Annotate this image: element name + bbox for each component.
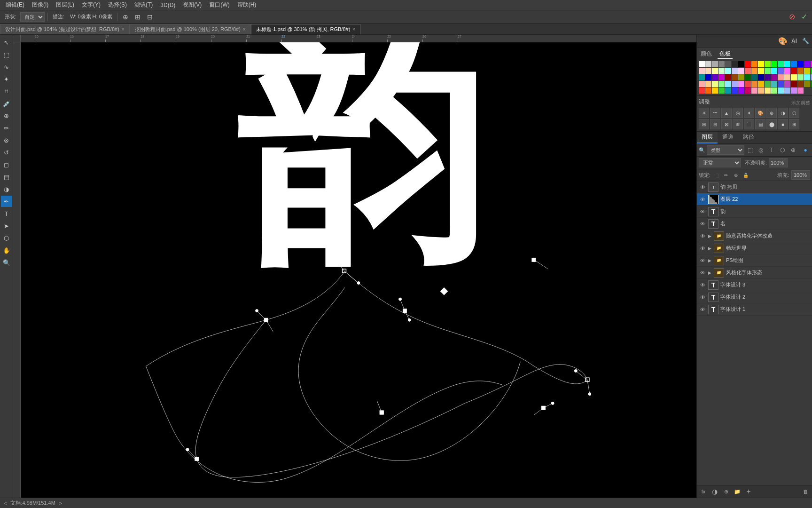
swatch-lightgray[interactable]: [705, 61, 711, 67]
tab-1-close[interactable]: ×: [122, 27, 125, 32]
swatch-r3-7[interactable]: [738, 74, 744, 80]
adjust-curves[interactable]: 〜: [710, 108, 720, 118]
menu-edit[interactable]: 编辑(E): [2, 0, 28, 10]
swatch-r5-7[interactable]: [738, 87, 744, 94]
layer-eye-7[interactable]: 👁: [699, 258, 706, 263]
layer-eye-10[interactable]: 👁: [699, 294, 706, 300]
menu-3d[interactable]: 3D(D): [156, 1, 179, 9]
swatch-r5-1[interactable]: [699, 87, 705, 94]
swatch-r3-1[interactable]: [699, 74, 705, 80]
swatch-r4-3[interactable]: [712, 81, 718, 87]
layer-item-group2[interactable]: 👁 ▶ 📁 畅玩世界: [697, 242, 812, 254]
swatch-r3-13[interactable]: [778, 74, 784, 80]
layer-eye-9[interactable]: 👁: [699, 282, 706, 288]
swatch-red[interactable]: [745, 61, 751, 67]
layers-tab-channels[interactable]: 通道: [718, 132, 738, 143]
layers-tab-layers[interactable]: 图层: [697, 132, 718, 143]
swatch-green[interactable]: [771, 61, 777, 67]
swatch-r2-11[interactable]: [765, 68, 771, 74]
menu-help[interactable]: 帮助(H): [234, 0, 260, 10]
swatch-r4-5[interactable]: [725, 81, 731, 87]
swatch-r5-6[interactable]: [732, 87, 738, 94]
swatch-r3-14[interactable]: [784, 74, 790, 80]
swatch-r4-16[interactable]: [797, 81, 804, 87]
layer-eye-4[interactable]: 👁: [699, 221, 706, 227]
layers-tab-paths[interactable]: 路径: [738, 132, 759, 143]
tab-2-close[interactable]: ×: [243, 27, 246, 32]
path-arrangement-btn[interactable]: ⊟: [145, 12, 155, 22]
layer-filter-text[interactable]: T: [767, 145, 776, 155]
adjust-pattern[interactable]: ⊞: [789, 119, 799, 129]
tool-crop[interactable]: ⌗: [1, 86, 12, 97]
tab-2[interactable]: 抠图教程封面.psd @ 100% (图层 20, RGB/8#) ×: [130, 24, 251, 34]
swatch-r4-10[interactable]: [758, 81, 764, 87]
path-alignment-btn[interactable]: ⊞: [133, 12, 143, 22]
adjust-selectivecolor[interactable]: ⬤: [766, 119, 777, 129]
adjust-levels[interactable]: ▲: [721, 108, 732, 118]
swatch-yellow[interactable]: [758, 61, 764, 67]
swatch-r4-15[interactable]: [791, 81, 797, 87]
adjust-posterize[interactable]: ≋: [733, 119, 743, 129]
swatch-r5-3[interactable]: [712, 87, 718, 94]
layer-eye-2[interactable]: 👁: [699, 197, 706, 202]
swatch-r3-15[interactable]: [791, 74, 797, 80]
swatch-r5-11[interactable]: [765, 87, 771, 94]
swatch-r3-9[interactable]: [751, 74, 757, 80]
swatch-r3-17[interactable]: [804, 74, 810, 80]
swatch-r5-9[interactable]: [751, 87, 757, 94]
swatch-r3-8[interactable]: [745, 74, 751, 80]
lock-position-btn[interactable]: ⊕: [732, 171, 740, 179]
swatch-r3-12[interactable]: [771, 74, 777, 80]
swatch-r2-8[interactable]: [745, 68, 751, 74]
adjust-solidcolor[interactable]: ■: [778, 119, 788, 129]
layer-mask-btn[interactable]: ◑: [710, 487, 719, 496]
tool-lasso[interactable]: ∿: [1, 61, 12, 72]
swatch-r2-1[interactable]: [699, 68, 705, 74]
panel-tools-icon[interactable]: 🔧: [801, 36, 810, 46]
opacity-input[interactable]: [769, 158, 788, 167]
layer-fx-btn[interactable]: fx: [699, 487, 708, 496]
swatch-r2-17[interactable]: [804, 68, 810, 74]
layer-adjust-btn[interactable]: ⊕: [721, 487, 731, 496]
swatch-r5-16[interactable]: [797, 87, 804, 94]
tool-history-brush[interactable]: ↺: [1, 147, 12, 158]
swatch-r2-10[interactable]: [758, 68, 764, 74]
layer-eye-3[interactable]: 👁: [699, 209, 706, 214]
swatch-cyan[interactable]: [784, 61, 790, 67]
tool-brush[interactable]: ✏: [1, 122, 12, 134]
swatch-blue[interactable]: [797, 61, 804, 67]
adjust-colorbal[interactable]: ⊕: [766, 108, 777, 118]
swatch-r5-4[interactable]: [718, 87, 725, 94]
swatch-r4-8[interactable]: [745, 81, 751, 87]
layer-item-yun[interactable]: 👁 T 韵: [697, 206, 812, 218]
swatch-r5-2[interactable]: [705, 87, 711, 94]
swatch-r2-2[interactable]: [705, 68, 711, 74]
layer-filter-adjust[interactable]: ◎: [757, 145, 766, 155]
tool-stamp[interactable]: ⊗: [1, 135, 12, 146]
swatch-r4-12[interactable]: [771, 81, 777, 87]
layer-item-font2[interactable]: 👁 T 字体设计 2: [697, 291, 812, 303]
adjust-photofilter[interactable]: ⬡: [789, 108, 799, 118]
swatch-r2-6[interactable]: [732, 68, 738, 74]
tool-gradient[interactable]: ▤: [1, 171, 12, 183]
menu-layer[interactable]: 图层(L): [52, 0, 78, 10]
swatch-r2-3[interactable]: [712, 68, 718, 74]
menu-text[interactable]: 文字(Y): [78, 0, 104, 10]
swatch-r4-9[interactable]: [751, 81, 757, 87]
panel-color-icon[interactable]: 🎨: [778, 36, 788, 46]
tab-3-close[interactable]: ×: [352, 27, 355, 32]
tool-pen[interactable]: ✒: [1, 196, 12, 207]
swatch-r5-5[interactable]: [725, 87, 731, 94]
layer-eye-11[interactable]: 👁: [699, 307, 706, 312]
swatch-r4-11[interactable]: [765, 81, 771, 87]
swatch-r3-16[interactable]: [797, 74, 804, 80]
swatch-r4-2[interactable]: [705, 81, 711, 87]
layer-filter-toggle[interactable]: ●: [801, 145, 810, 155]
menu-window[interactable]: 窗口(W): [205, 0, 233, 10]
adjust-channelmix[interactable]: ⊞: [699, 119, 709, 129]
lock-transparent-btn[interactable]: ⬚: [712, 171, 720, 179]
swatch-azure[interactable]: [791, 61, 797, 67]
layer-filter-select[interactable]: 类型: [707, 145, 744, 155]
swatch-r4-17[interactable]: [804, 81, 810, 87]
swatch-r4-14[interactable]: [784, 81, 790, 87]
